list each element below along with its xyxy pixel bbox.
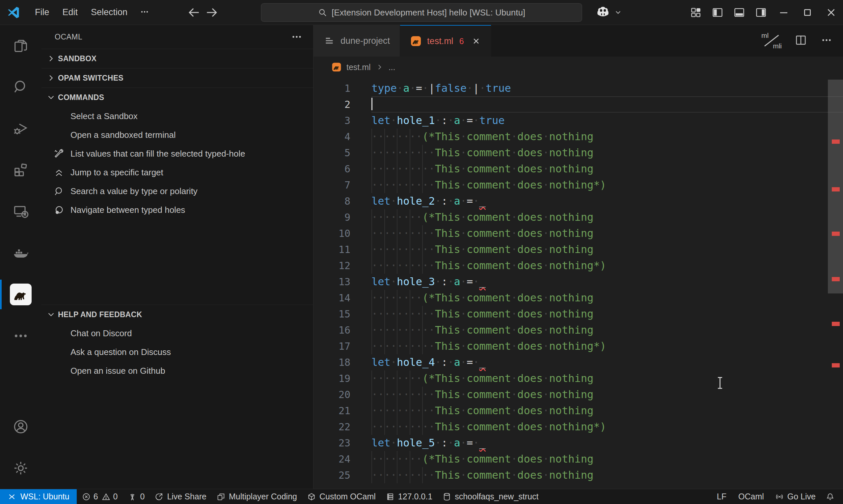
tab-test-ml[interactable]: test.ml 6 <box>400 25 491 57</box>
code-line-4[interactable]: 4········(*This·comment·does·nothing <box>313 129 843 145</box>
extensions-icon[interactable] <box>0 149 41 191</box>
status-custom-ocaml[interactable]: Custom OCaml <box>302 489 381 504</box>
line-number[interactable]: 20 <box>313 389 350 400</box>
status-database[interactable]: schoolfaqs_new_struct <box>437 489 543 504</box>
code-line-20[interactable]: 20··········This·comment·does·nothing <box>313 386 843 403</box>
code-line-9[interactable]: 9········(*This·comment·does·nothing <box>313 209 843 226</box>
sidebar-more-actions-icon[interactable] <box>290 30 303 43</box>
status-live-share[interactable]: Live Share <box>150 489 211 504</box>
line-content[interactable]: let·hole_1·:·a·=·true <box>372 112 843 129</box>
help-chat-discord[interactable]: Chat on Discord <box>41 324 313 343</box>
toggle-panel-icon[interactable] <box>728 0 750 25</box>
line-content[interactable]: let·hole_5·:·a·=·_ <box>372 435 843 451</box>
line-content[interactable]: ··········This·comment·does·nothing*) <box>372 177 843 193</box>
line-number[interactable]: 17 <box>313 341 350 352</box>
account-icon[interactable] <box>0 406 41 447</box>
notifications-bell-icon[interactable] <box>821 489 840 504</box>
line-content[interactable]: ········(*This·comment·does·nothing <box>372 290 843 306</box>
line-number[interactable]: 16 <box>313 324 350 336</box>
line-content[interactable]: ··········This·comment·does·nothing*) <box>372 257 843 274</box>
nav-forward-icon[interactable] <box>205 5 219 20</box>
line-number[interactable]: 24 <box>313 453 350 465</box>
section-header-sandbox[interactable]: SANDBOX <box>41 49 313 68</box>
command-center-search[interactable]: [Extension Development Host] hello [WSL:… <box>261 3 582 22</box>
code-line-13[interactable]: 13let·hole_3·:·a·=·_ <box>313 274 843 290</box>
help-open-issue-github[interactable]: Open an issue on Github <box>41 362 313 380</box>
command-list-typed-hole-values[interactable]: List values that can fill the selected t… <box>41 144 313 163</box>
breadcrumb-more[interactable]: ... <box>389 62 395 72</box>
code-line-19[interactable]: 19········(*This·comment·does·nothing <box>313 371 843 386</box>
split-editor-icon[interactable] <box>794 34 807 48</box>
code-editor[interactable]: 1type·a·=·|false·|·true23let·hole_1·:·a·… <box>313 78 843 489</box>
code-line-18[interactable]: 18let·hole_4·:·a·=·_ <box>313 354 843 371</box>
line-content[interactable]: ··········This·comment·does·nothing <box>372 403 843 419</box>
code-line-6[interactable]: 6··········This·comment·does·nothing <box>313 161 843 177</box>
code-line-22[interactable]: 22··········This·comment·does·nothing*) <box>313 419 843 435</box>
line-number[interactable]: 19 <box>313 373 350 384</box>
code-line-25[interactable]: 25··········This·comment·does·nothing <box>313 467 843 483</box>
command-select-sandbox[interactable]: Select a Sandbox <box>41 107 313 126</box>
line-content[interactable]: ··········This·comment·does·nothing <box>372 386 843 403</box>
line-content[interactable]: ········(*This·comment·does·nothing <box>372 451 843 467</box>
code-line-24[interactable]: 24········(*This·comment·does·nothing <box>313 451 843 467</box>
command-navigate-typed-holes[interactable]: Navigate between typed holes <box>41 201 313 219</box>
line-content[interactable]: ··········This·comment·does·nothing <box>372 241 843 257</box>
line-number[interactable]: 8 <box>313 195 350 207</box>
code-line-17[interactable]: 17··········This·comment·does·nothing*) <box>313 338 843 354</box>
line-number[interactable]: 14 <box>313 292 350 304</box>
window-close-icon[interactable] <box>819 0 843 25</box>
command-search-by-type[interactable]: Search a value by type or polarity <box>41 182 313 201</box>
line-number[interactable]: 3 <box>313 115 350 126</box>
line-number[interactable]: 2 <box>313 99 350 110</box>
line-content[interactable]: ········(*This·comment·does·nothing <box>372 129 843 145</box>
code-line-1[interactable]: 1type·a·=·|false·|·true <box>313 80 843 96</box>
line-number[interactable]: 12 <box>313 260 350 271</box>
window-minimize-icon[interactable] <box>772 0 795 25</box>
line-number[interactable]: 1 <box>313 83 350 94</box>
command-jump-to-target[interactable]: Jump to a specific target <box>41 163 313 182</box>
line-number[interactable]: 5 <box>313 147 350 159</box>
code-line-21[interactable]: 21··········This·comment·does·nothing <box>313 403 843 419</box>
status-problems[interactable]: 6 0 <box>77 489 123 504</box>
section-header-opam-switches[interactable]: OPAM SWITCHES <box>41 68 313 88</box>
code-line-7[interactable]: 7··········This·comment·does·nothing*) <box>313 177 843 193</box>
code-line-14[interactable]: 14········(*This·comment·does·nothing <box>313 290 843 306</box>
line-number[interactable]: 15 <box>313 308 350 320</box>
window-maximize-icon[interactable] <box>795 0 819 25</box>
code-line-5[interactable]: 5··········This·comment·does·nothing <box>313 145 843 161</box>
line-content[interactable] <box>372 96 843 112</box>
line-content[interactable]: ··········This·comment·does·nothing <box>372 145 843 161</box>
status-server[interactable]: 127.0.0.1 <box>381 489 437 504</box>
line-number[interactable]: 25 <box>313 469 350 481</box>
run-debug-icon[interactable] <box>0 108 41 149</box>
code-line-10[interactable]: 10··········This·comment·does·nothing <box>313 226 843 241</box>
breadcrumb-file[interactable]: test.ml <box>346 62 371 72</box>
line-number[interactable]: 6 <box>313 163 350 175</box>
code-line-8[interactable]: 8let·hole_2·:·a·=·_ <box>313 193 843 209</box>
line-number[interactable]: 9 <box>313 212 350 223</box>
line-number[interactable]: 4 <box>313 131 350 142</box>
line-content[interactable]: let·hole_4·:·a·=·_ <box>372 354 843 371</box>
status-eol[interactable]: LF <box>711 489 732 504</box>
nav-back-icon[interactable] <box>187 5 201 20</box>
line-number[interactable]: 11 <box>313 244 350 255</box>
line-number[interactable]: 23 <box>313 437 350 449</box>
command-open-sandboxed-terminal[interactable]: Open a sandboxed terminal <box>41 126 313 144</box>
status-go-live[interactable]: Go Live <box>770 489 821 504</box>
help-ask-discuss[interactable]: Ask a question on Discuss <box>41 343 313 362</box>
remote-explorer-icon[interactable] <box>0 191 41 232</box>
line-number[interactable]: 22 <box>313 421 350 433</box>
menu-overflow-icon[interactable] <box>134 4 155 21</box>
more-icon[interactable] <box>0 315 41 357</box>
menu-selection[interactable]: Selection <box>84 5 134 20</box>
explorer-icon[interactable] <box>0 25 41 67</box>
settings-gear-icon[interactable] <box>0 447 41 489</box>
code-line-23[interactable]: 23let·hole_5·:·a·=·_ <box>313 435 843 451</box>
line-number[interactable]: 18 <box>313 357 350 368</box>
tab-dune-project[interactable]: dune-project <box>313 25 400 57</box>
toggle-primary-sidebar-icon[interactable] <box>707 0 728 25</box>
line-content[interactable]: let·hole_2·:·a·=·_ <box>372 193 843 209</box>
line-content[interactable]: ········(*This·comment·does·nothing <box>372 371 843 386</box>
menu-file[interactable]: File <box>28 5 56 20</box>
line-number[interactable]: 7 <box>313 179 350 191</box>
